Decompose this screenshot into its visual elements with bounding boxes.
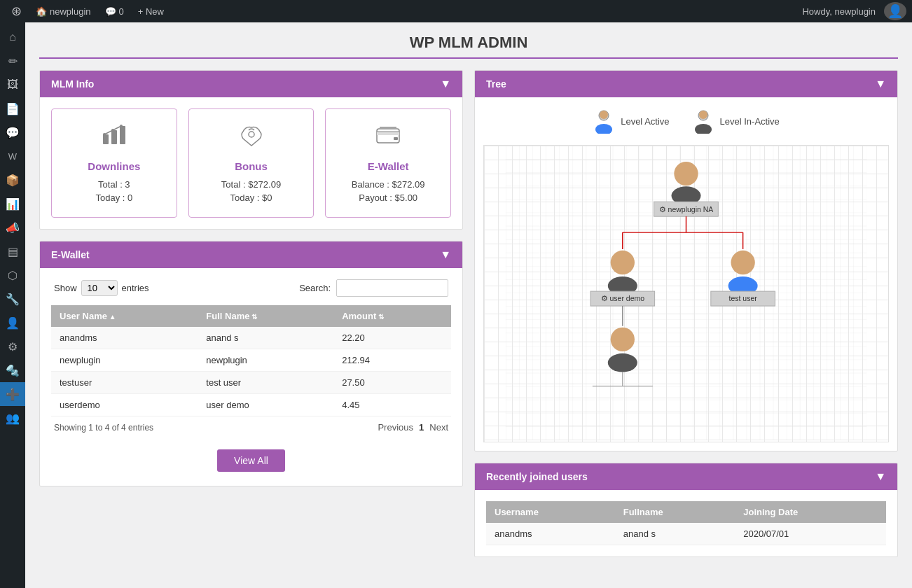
mlm-cards-container: Downlines Total : 3 Today : 0 xyxy=(40,97,462,229)
recent-table-row: anandms anand s 2020/07/01 xyxy=(486,523,886,545)
search-label: Search: xyxy=(299,283,331,293)
page-title: WP MLM ADMIN xyxy=(39,34,898,59)
table-row: newplugin newplugin 212.94 xyxy=(51,349,451,372)
downlines-today: Today : 0 xyxy=(63,192,165,203)
recent-users-title: Recently joined users xyxy=(486,471,588,482)
bonus-total: Total : $272.09 xyxy=(200,179,303,190)
svg-text:test user: test user xyxy=(728,294,757,302)
downlines-card: Downlines Total : 3 Today : 0 xyxy=(51,108,177,218)
sidebar-item-comments[interactable]: 💬 xyxy=(0,120,25,144)
svg-rect-9 xyxy=(394,137,398,140)
user-avatar-icon: 👤 xyxy=(884,2,906,20)
legend-inactive: Level In-Active xyxy=(692,108,780,134)
col-fullname[interactable]: Full Name xyxy=(198,305,333,327)
howdy-label: Howdy, newplugin xyxy=(796,6,881,17)
svg-rect-0 xyxy=(103,134,109,144)
site-name-button[interactable]: 🏠 newplugin xyxy=(30,0,97,22)
svg-text:⚙ user demo: ⚙ user demo xyxy=(601,294,645,302)
svg-point-25 xyxy=(611,251,635,274)
svg-rect-2 xyxy=(120,126,125,144)
sidebar-item-woocommerce[interactable]: W xyxy=(0,144,25,168)
prev-button[interactable]: Previous xyxy=(378,422,413,433)
ewallet-card: E-Wallet Balance : $272.09 Payout : $5.0… xyxy=(325,108,451,218)
wp-sidebar: ⌂ ✏ 🖼 📄 💬 W 📦 📊 📣 ▤ ⬡ 🔧 👤 ⚙ 🔩 ➕ 👥 xyxy=(0,22,25,588)
col-username: Username xyxy=(486,501,615,523)
show-entries-control: Show 10 25 50 100 entries xyxy=(54,280,149,296)
comments-button[interactable]: 💬 0 xyxy=(99,0,130,22)
admin-bar-right: Howdy, newplugin 👤 xyxy=(796,2,906,20)
new-button[interactable]: + New xyxy=(132,0,170,22)
tree-chevron[interactable]: ▼ xyxy=(875,78,886,90)
ewallet-chevron[interactable]: ▼ xyxy=(440,248,451,261)
view-all-button[interactable]: View All xyxy=(217,449,285,472)
svg-rect-1 xyxy=(111,130,117,144)
next-button[interactable]: Next xyxy=(429,422,448,433)
sidebar-item-settings[interactable]: ⚙ xyxy=(0,335,25,358)
admin-bar-left: ⊛ 🏠 newplugin 💬 0 + New xyxy=(6,0,170,22)
svg-point-11 xyxy=(595,124,612,134)
recent-fullname: anand s xyxy=(615,523,735,545)
mlm-info-title: MLM Info xyxy=(51,78,94,90)
entries-select[interactable]: 10 25 50 100 xyxy=(81,280,118,296)
sidebar-item-custom[interactable]: 🔩 xyxy=(0,358,25,382)
table-body: anandms anand s 22.20 newplugin newplugi… xyxy=(51,327,451,416)
svg-point-5 xyxy=(120,125,123,127)
site-name-label: newplugin xyxy=(50,6,91,17)
cell-fullname: newplugin xyxy=(198,349,333,372)
table-row: anandms anand s 22.20 xyxy=(51,327,451,349)
bonus-card: Bonus Total : $272.09 Today : $0 xyxy=(188,108,315,218)
svg-text:⚙ newplugin NA: ⚙ newplugin NA xyxy=(659,205,714,214)
showing-text: Showing 1 to 4 of 4 entries xyxy=(54,423,153,433)
ewallet-payout: Payout : $5.00 xyxy=(337,192,439,203)
svg-point-15 xyxy=(699,111,707,119)
sidebar-item-users[interactable]: 👤 xyxy=(0,311,25,335)
sidebar-item-pages2[interactable]: ▤ xyxy=(0,239,25,263)
table-controls: Show 10 25 50 100 entries Search: xyxy=(51,279,451,297)
recent-table-head: Username Fullname Joining Date xyxy=(486,501,886,523)
search-input[interactable] xyxy=(336,279,448,297)
wp-logo-icon: ⊛ xyxy=(11,4,22,19)
cell-username: newplugin xyxy=(51,349,198,372)
tree-panel-header: Tree ▼ xyxy=(475,71,897,97)
col-username[interactable]: User Name xyxy=(51,305,198,327)
sidebar-item-pages[interactable]: 📄 xyxy=(0,97,25,120)
recent-username: anandms xyxy=(486,523,615,545)
svg-point-17 xyxy=(674,162,698,186)
sidebar-item-marketing[interactable]: 📣 xyxy=(0,216,25,239)
sidebar-item-products[interactable]: 📦 xyxy=(0,168,25,192)
recent-users-table: Username Fullname Joining Date anandms a… xyxy=(486,501,886,545)
svg-point-35 xyxy=(608,354,637,372)
sidebar-item-plugins[interactable]: ⬡ xyxy=(0,263,25,287)
entries-label: entries xyxy=(122,283,149,293)
ewallet-panel-header: E-Wallet ▼ xyxy=(40,241,462,268)
recent-users-chevron[interactable]: ▼ xyxy=(875,470,886,483)
admin-bar: ⊛ 🏠 newplugin 💬 0 + New Howdy, newplugin… xyxy=(0,0,912,22)
table-row: userdemo user demo 4.45 xyxy=(51,394,451,416)
svg-point-4 xyxy=(111,129,114,132)
recent-date: 2020/07/01 xyxy=(735,523,886,545)
table-head: User Name Full Name Amount xyxy=(51,305,451,327)
page-number[interactable]: 1 xyxy=(419,422,424,433)
col-amount[interactable]: Amount xyxy=(333,305,451,327)
sidebar-item-mlm[interactable]: ➕ xyxy=(0,382,25,406)
cell-username: anandms xyxy=(51,327,198,349)
sidebar-item-users2[interactable]: 👥 xyxy=(0,406,25,430)
dashboard-grid: MLM Info ▼ xyxy=(39,70,898,557)
recent-users-panel: Recently joined users ▼ Username Fullnam… xyxy=(474,463,898,557)
sidebar-item-tools[interactable]: 🔧 xyxy=(0,287,25,311)
col-joining-date: Joining Date xyxy=(735,501,886,523)
svg-point-34 xyxy=(611,328,635,351)
search-area: Search: xyxy=(299,279,448,297)
new-label: + New xyxy=(138,6,164,17)
tree-panel-title: Tree xyxy=(486,78,506,90)
recent-users-header: Recently joined users ▼ xyxy=(475,463,897,490)
sidebar-item-dashboard[interactable]: ⌂ xyxy=(0,25,25,49)
sidebar-item-posts[interactable]: ✏ xyxy=(0,49,25,73)
wp-logo-button[interactable]: ⊛ xyxy=(6,0,27,22)
mlm-info-chevron[interactable]: ▼ xyxy=(440,78,451,90)
col-fullname: Fullname xyxy=(615,501,735,523)
sidebar-item-analytics[interactable]: 📊 xyxy=(0,192,25,216)
svg-point-6 xyxy=(249,132,254,137)
table-header-row: User Name Full Name Amount xyxy=(51,305,451,327)
sidebar-item-media[interactable]: 🖼 xyxy=(0,73,25,97)
